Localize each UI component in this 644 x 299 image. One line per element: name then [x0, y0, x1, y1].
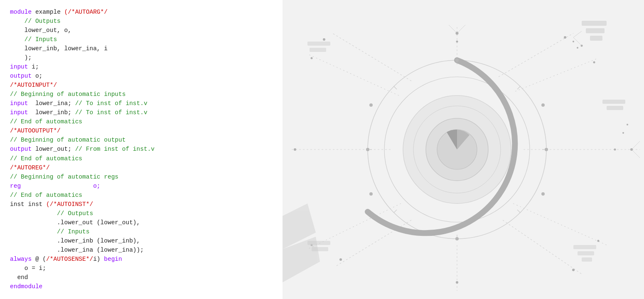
svg-rect-55 — [602, 100, 625, 104]
svg-point-23 — [323, 38, 325, 41]
svg-rect-56 — [607, 106, 623, 110]
svg-point-14 — [456, 41, 458, 43]
svg-point-68 — [545, 148, 548, 151]
svg-rect-62 — [307, 42, 330, 46]
svg-point-70 — [455, 237, 459, 240]
svg-point-24 — [593, 61, 595, 64]
decorative-background — [283, 0, 644, 299]
svg-point-30 — [627, 124, 628, 125]
svg-point-22 — [294, 148, 296, 151]
code-content: module example (/*AUTOARG*/ // Outputs l… — [10, 7, 273, 291]
tech-svg — [283, 0, 644, 299]
svg-point-19 — [572, 269, 575, 271]
svg-point-66 — [455, 59, 459, 62]
svg-point-25 — [597, 240, 600, 242]
svg-point-31 — [622, 132, 624, 134]
svg-point-18 — [614, 149, 616, 151]
svg-rect-53 — [586, 28, 605, 33]
svg-point-72 — [366, 148, 369, 151]
svg-rect-59 — [582, 257, 592, 262]
svg-rect-57 — [573, 245, 596, 249]
svg-rect-52 — [582, 21, 607, 26]
svg-rect-63 — [310, 48, 326, 52]
svg-point-20 — [456, 281, 458, 284]
svg-point-28 — [573, 41, 574, 42]
code-panel: module example (/*AUTOARG*/ // Outputs l… — [0, 0, 283, 299]
svg-point-27 — [311, 57, 313, 59]
svg-point-73 — [369, 103, 373, 107]
svg-point-69 — [541, 192, 545, 196]
svg-rect-58 — [578, 251, 594, 255]
svg-point-29 — [577, 47, 578, 49]
svg-point-67 — [541, 103, 545, 107]
svg-point-71 — [369, 192, 373, 196]
svg-point-21 — [339, 258, 342, 261]
svg-rect-54 — [590, 36, 602, 41]
svg-point-15 — [564, 36, 566, 39]
